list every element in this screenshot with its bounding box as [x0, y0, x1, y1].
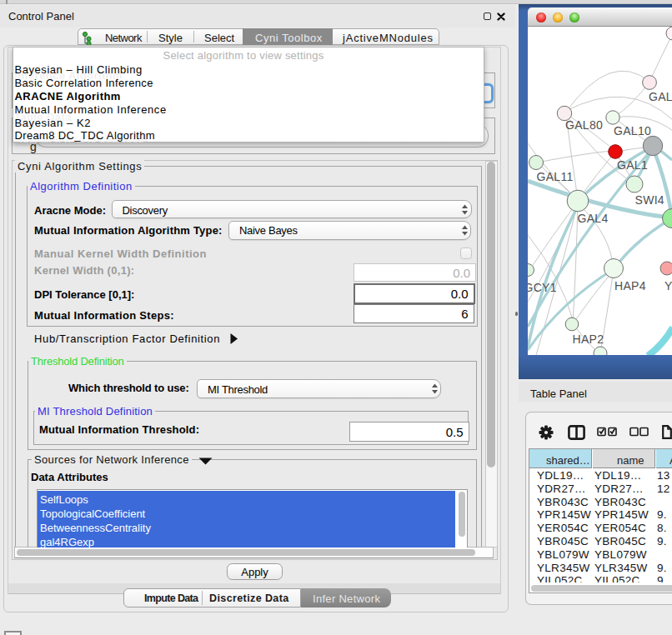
svg-text:Y: Y [664, 279, 672, 292]
svg-text:GAL80: GAL80 [565, 118, 603, 132]
svg-text:GAL1: GAL1 [617, 158, 648, 172]
svg-text:GAL11: GAL11 [537, 170, 574, 183]
svg-text:GAL10: GAL10 [614, 124, 651, 138]
svg-text:HAP2: HAP2 [573, 332, 604, 346]
svg-text:GCY1: GCY1 [528, 281, 557, 294]
svg-text:GAL4: GAL4 [578, 212, 609, 225]
svg-text:GAL7: GAL7 [649, 90, 672, 103]
svg-text:SWI4: SWI4 [635, 193, 664, 207]
svg-text:HAP4: HAP4 [614, 279, 646, 292]
